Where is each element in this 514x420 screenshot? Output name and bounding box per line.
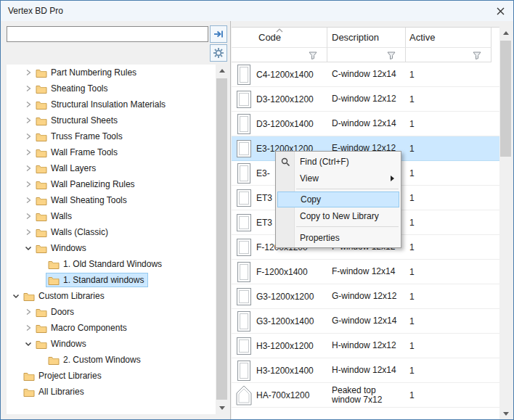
chevron-down-icon[interactable]: [11, 292, 21, 300]
table-row[interactable]: F-1200x1400F-window 12x141: [232, 260, 499, 284]
tree-item[interactable]: Doors: [7, 304, 216, 320]
table-row[interactable]: H3-1200x1200H-window 12x121: [232, 334, 499, 358]
chevron-right-icon[interactable]: [23, 197, 33, 204]
tree-node[interactable]: 1. Standard windows: [46, 273, 148, 287]
chevron-down-icon[interactable]: [23, 340, 33, 347]
search-go-button[interactable]: [210, 25, 227, 43]
tree-item[interactable]: Walls (Classic): [7, 224, 216, 240]
filter-funnel-icon[interactable]: [308, 50, 318, 60]
chevron-right-icon[interactable]: [23, 85, 33, 92]
tree-item[interactable]: Wall Layers: [7, 160, 216, 176]
tree-node[interactable]: Walls (Classic): [33, 225, 113, 239]
chevron-right-icon[interactable]: [23, 213, 33, 220]
table-row[interactable]: G3-1200x1200G-window 12x121: [232, 284, 499, 309]
tree-item[interactable]: 2. Custom Windows: [7, 352, 216, 368]
tree-node[interactable]: Wall Frame Tools: [33, 145, 122, 160]
chevron-right-icon[interactable]: [23, 308, 33, 316]
table-row[interactable]: H3-1200x1400H-window 12x141: [232, 358, 499, 383]
tree-item[interactable]: 1. Old Standard Windows: [7, 256, 216, 272]
title-bar[interactable]: Vertex BD Pro: [1, 1, 513, 21]
tree-item[interactable]: Sheating Tools: [7, 81, 216, 96]
tree-node[interactable]: Windows: [33, 241, 91, 255]
tree-node[interactable]: All Libraries: [21, 384, 89, 399]
column-header-active[interactable]: Active: [406, 28, 491, 48]
table-row[interactable]: D3-1200x1400D-window 12x141: [232, 112, 499, 136]
chevron-right-icon[interactable]: [23, 69, 33, 76]
table-scroll-up-button[interactable]: [499, 27, 512, 39]
table-row[interactable]: D3-1200x1200D-window 12x121: [232, 87, 499, 112]
tree-item[interactable]: Truss Frame Tools: [7, 128, 216, 144]
tree-node[interactable]: Walls: [33, 209, 76, 223]
code-cell: HA-700x1200: [232, 383, 327, 407]
tree-item[interactable]: Wall Sheating Tools: [7, 192, 216, 208]
tree-item[interactable]: Windows: [7, 336, 216, 352]
tree-node[interactable]: Wall Sheating Tools: [33, 193, 131, 207]
column-header-code[interactable]: Code: [232, 28, 327, 48]
settings-button[interactable]: [210, 44, 227, 62]
folder-icon: [48, 355, 60, 365]
tree-node[interactable]: 2. Custom Windows: [46, 353, 145, 367]
tree-item[interactable]: Custom Libraries: [7, 288, 216, 304]
menu-item-copy-to-new-library[interactable]: Copy to New Library: [276, 207, 401, 224]
tree-node[interactable]: Windows: [33, 337, 91, 351]
tree-item-label: Truss Frame Tools: [51, 129, 123, 144]
menu-item-view[interactable]: View: [276, 170, 401, 186]
table-scroll-down-button[interactable]: [499, 408, 512, 420]
table-row[interactable]: G3-1200x1400G-window 12x141: [232, 309, 499, 334]
filter-funnel-icon[interactable]: [386, 50, 396, 60]
chevron-right-icon[interactable]: [23, 228, 33, 236]
code-value: D3-1200x1200: [256, 94, 314, 104]
description-value: G-window 12x14: [327, 309, 406, 333]
tree-item[interactable]: Walls: [7, 208, 216, 224]
close-button[interactable]: [493, 4, 507, 18]
active-value: 1: [406, 186, 491, 210]
tree-item[interactable]: Windows: [7, 240, 216, 256]
tree-node[interactable]: Macro Components: [33, 321, 131, 335]
menu-item-copy[interactable]: Copy: [277, 192, 399, 207]
tree-item[interactable]: Wall Frame Tools: [7, 144, 216, 160]
tree-node[interactable]: Doors: [33, 305, 78, 319]
tree-node[interactable]: Custom Libraries: [21, 289, 109, 303]
menu-item-properties[interactable]: Properties: [276, 229, 401, 246]
chevron-right-icon[interactable]: [23, 165, 33, 172]
search-input[interactable]: [7, 26, 208, 42]
tree-item[interactable]: All Libraries: [7, 384, 216, 400]
tree-node[interactable]: Part Numbering Rules: [33, 65, 141, 80]
tree-item[interactable]: Structural Insulation Materials: [7, 96, 216, 112]
chevron-right-icon[interactable]: [23, 149, 33, 156]
chevron-right-icon[interactable]: [23, 117, 33, 124]
code-cell: G3-1200x1200: [232, 284, 327, 308]
folder-icon: [36, 68, 47, 78]
tree-scroll-up-button[interactable]: [216, 65, 228, 77]
tree-node[interactable]: Wall Panelizing Rules: [33, 177, 139, 192]
tree-item[interactable]: Project Libraries: [7, 368, 216, 384]
tree-scrollbar-thumb[interactable]: [216, 78, 227, 400]
chevron-right-icon[interactable]: [23, 324, 33, 332]
tree-node[interactable]: Sheating Tools: [33, 81, 113, 96]
chevron-right-icon[interactable]: [23, 181, 33, 188]
column-header-description[interactable]: Description: [327, 28, 406, 48]
table-scrollbar[interactable]: [499, 27, 512, 420]
tree-item-label: Structural Insulation Materials: [51, 97, 166, 112]
tree-node[interactable]: Structural Insulation Materials: [33, 97, 170, 112]
tree-item[interactable]: Structural Sheets: [7, 112, 216, 128]
tree-scrollbar[interactable]: [216, 65, 228, 414]
chevron-right-icon[interactable]: [23, 101, 33, 108]
table-row[interactable]: C4-1200x1400C-window 12x141: [232, 62, 499, 87]
tree-node[interactable]: Truss Frame Tools: [33, 129, 127, 144]
chevron-down-icon[interactable]: [23, 244, 33, 252]
filter-funnel-icon[interactable]: [472, 50, 482, 60]
tree-item[interactable]: 1. Standard windows: [7, 272, 216, 288]
tree-node[interactable]: 1. Old Standard Windows: [46, 257, 166, 271]
tree-scroll-down-button[interactable]: [216, 402, 228, 414]
tree-node[interactable]: Project Libraries: [21, 368, 106, 383]
tree-item[interactable]: Macro Components: [7, 320, 216, 336]
tree-node[interactable]: Wall Layers: [33, 161, 100, 176]
chevron-right-icon[interactable]: [23, 133, 33, 140]
tree-item[interactable]: Wall Panelizing Rules: [7, 176, 216, 192]
menu-item-find-ctrl-f[interactable]: Find (Ctrl+F): [276, 153, 401, 170]
table-scrollbar-thumb[interactable]: [500, 41, 511, 157]
table-row[interactable]: HA-700x1200Peaked top window 7x121: [232, 383, 499, 408]
tree-item[interactable]: Part Numbering Rules: [7, 65, 216, 81]
tree-node[interactable]: Structural Sheets: [33, 113, 122, 128]
